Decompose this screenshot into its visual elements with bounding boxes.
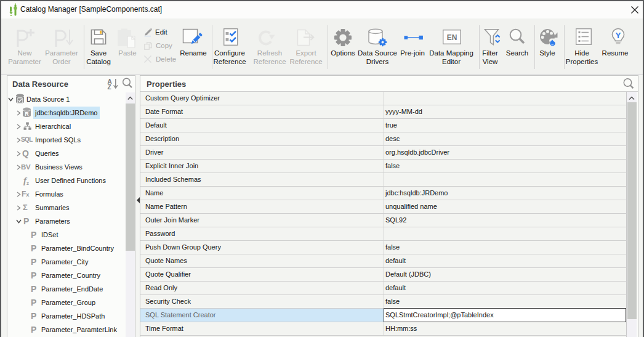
svg-text:Y: Y [615, 31, 621, 40]
svg-text:R: R [25, 111, 29, 117]
svg-text:EN: EN [447, 33, 457, 42]
